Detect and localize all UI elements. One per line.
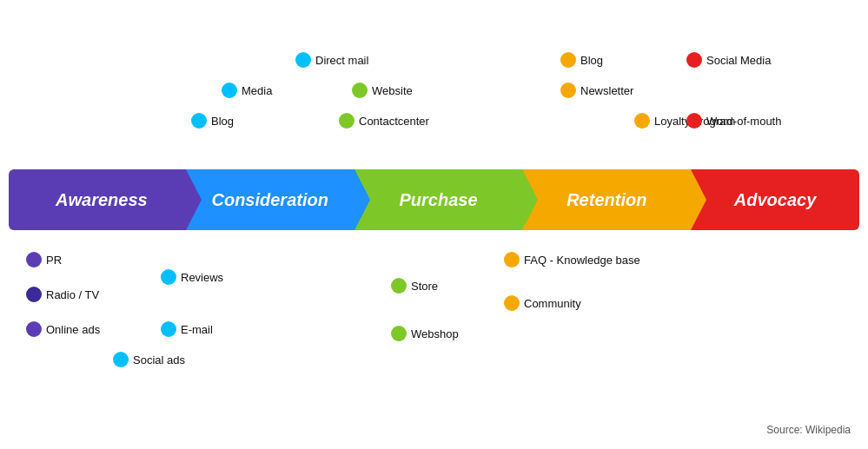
source-label: Source: Wikipedia xyxy=(766,424,851,436)
lightblue-dot xyxy=(161,269,176,285)
channel-label: Word-of-mouth xyxy=(686,113,781,129)
retention-segment: Retention xyxy=(522,169,691,230)
yellow-dot xyxy=(634,113,650,129)
lightblue-dot xyxy=(113,352,129,367)
red-dot xyxy=(686,52,702,68)
yellow-dot xyxy=(504,295,520,311)
channel-label: Webshop xyxy=(391,326,459,341)
channel-label: Reviews xyxy=(161,269,223,285)
yellow-dot xyxy=(504,252,520,267)
channel-label: FAQ - Knowledge base xyxy=(504,252,640,267)
channel-label: Blog xyxy=(191,113,234,129)
green-dot xyxy=(391,326,407,341)
lightblue-dot xyxy=(222,83,237,98)
channel-label: Community xyxy=(504,295,581,311)
purple-dot xyxy=(26,252,42,267)
yellow-dot xyxy=(560,52,576,68)
green-dot xyxy=(339,113,354,129)
purchase-segment: Purchase xyxy=(354,169,523,230)
channel-label: Newsletter xyxy=(560,83,633,98)
lightblue-dot xyxy=(295,52,311,68)
channel-label: Direct mail xyxy=(295,52,368,68)
darkpurple-dot xyxy=(26,287,42,302)
channel-label: Store xyxy=(391,278,438,294)
yellow-dot xyxy=(560,83,576,98)
channel-label: Social ads xyxy=(113,352,185,367)
channel-label: Blog xyxy=(560,52,603,68)
lightblue-dot xyxy=(161,321,176,337)
lightblue-dot xyxy=(191,113,207,129)
channel-label: PR xyxy=(26,252,62,267)
customer-journey-banner: Awareness Consideration Purchase Retenti… xyxy=(9,169,859,230)
channel-label: Online ads xyxy=(26,321,100,337)
advocacy-segment: Advocacy xyxy=(691,169,859,230)
channel-label: Website xyxy=(352,83,413,98)
red-dot xyxy=(686,113,702,129)
channel-label: Media xyxy=(222,83,272,98)
consideration-segment: Consideration xyxy=(186,169,354,230)
purple-dot xyxy=(26,321,42,337)
green-dot xyxy=(391,278,407,294)
channel-label: Social Media xyxy=(686,52,771,68)
channel-label: Contactcenter xyxy=(339,113,429,129)
awareness-segment: Awareness xyxy=(9,169,186,230)
channel-label: Radio / TV xyxy=(26,287,99,302)
channel-label: E-mail xyxy=(161,321,213,337)
green-dot xyxy=(352,83,368,98)
